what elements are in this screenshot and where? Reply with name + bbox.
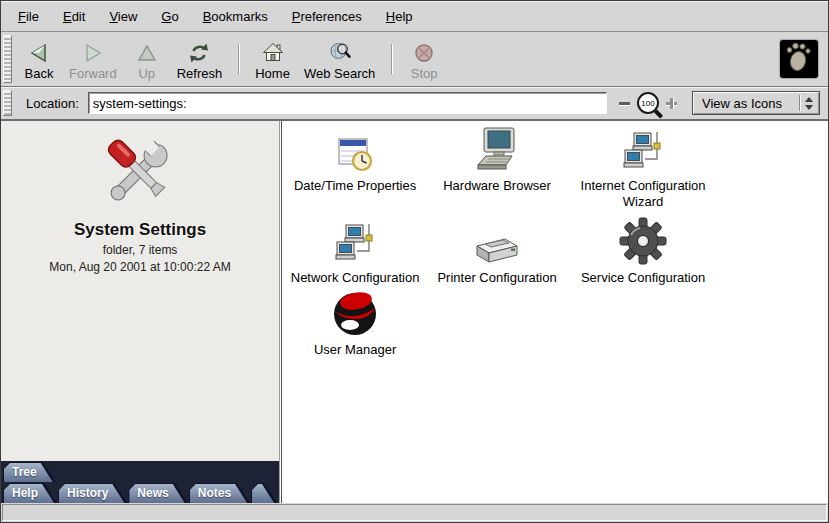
menu-view[interactable]: View xyxy=(100,6,146,27)
desktop-icon-service-configuration[interactable]: Service Configuration xyxy=(572,217,714,286)
desktop-icon-internet-configuration-wizard[interactable]: Internet Configuration Wizard xyxy=(572,125,714,210)
status-bar xyxy=(2,504,827,521)
icon-label: Service Configuration xyxy=(581,270,705,286)
desktop-icon-user-manager[interactable]: User Manager xyxy=(284,285,426,358)
web-search-icon xyxy=(328,41,352,65)
home-icon xyxy=(261,41,285,65)
redhat-shadowman-icon xyxy=(330,285,380,337)
menu-file[interactable]: File xyxy=(9,6,48,27)
desktop-icon-hardware-browser[interactable]: Hardware Browser xyxy=(426,125,568,194)
menu-preferences[interactable]: Preferences xyxy=(283,6,371,27)
up-button[interactable]: Up xyxy=(124,35,170,83)
menu-bookmarks[interactable]: Bookmarks xyxy=(194,6,277,27)
stop-button[interactable]: Stop xyxy=(401,35,447,83)
printer-icon xyxy=(473,217,521,265)
throbber xyxy=(780,40,818,78)
zoom-out-icon[interactable] xyxy=(619,102,630,105)
sidebar-tab-row-bottom: Help History News Notes xyxy=(1,482,279,503)
refresh-button[interactable]: Refresh xyxy=(170,35,230,83)
dropdown-arrows-icon xyxy=(805,97,813,110)
menu-go[interactable]: Go xyxy=(152,6,187,27)
icon-label: Network Configuration xyxy=(291,270,420,286)
toolbar-grip-handle[interactable] xyxy=(3,35,12,83)
home-label: Home xyxy=(255,67,290,81)
nautilus-window: File Edit View Go Bookmarks Preferences … xyxy=(0,0,829,523)
back-label: Back xyxy=(25,67,54,81)
forward-label: Forward xyxy=(69,67,117,81)
content-area: System Settings folder, 7 items Mon, Aug… xyxy=(1,121,828,503)
stop-icon xyxy=(412,41,436,65)
sidebar: System Settings folder, 7 items Mon, Aug… xyxy=(1,121,279,503)
two-computers-network-icon xyxy=(621,125,665,173)
home-button[interactable]: Home xyxy=(248,35,297,83)
icon-label: Date/Time Properties xyxy=(294,178,416,194)
stop-label: Stop xyxy=(411,67,438,81)
icon-view: Date/Time Properties Hardware Browser xyxy=(282,121,828,503)
zoom-control: 100 xyxy=(619,92,677,114)
tab-notes[interactable]: Notes xyxy=(189,483,250,503)
two-computers-network-icon xyxy=(333,217,377,265)
icon-label: Printer Configuration xyxy=(437,270,556,286)
computer-monitor-icon xyxy=(473,125,521,173)
dropdown-separator xyxy=(799,95,800,111)
location-input[interactable] xyxy=(88,92,607,114)
refresh-icon xyxy=(187,41,211,65)
tab-tree[interactable]: Tree xyxy=(3,462,56,482)
gnome-foot-icon xyxy=(785,41,813,77)
tab-news[interactable]: News xyxy=(128,483,187,503)
tab-help[interactable]: Help xyxy=(3,483,57,503)
tab-history[interactable]: History xyxy=(58,483,127,503)
location-label: Location: xyxy=(26,96,79,111)
tab-filler xyxy=(251,483,277,503)
toolbar: Back Forward Up Refresh xyxy=(1,32,828,87)
location-bar-grip-handle[interactable] xyxy=(3,90,12,116)
sidebar-title: System Settings xyxy=(1,220,279,240)
sidebar-folder-info: System Settings folder, 7 items Mon, Aug… xyxy=(1,121,279,460)
gear-icon xyxy=(619,217,667,265)
up-label: Up xyxy=(138,67,155,81)
web-search-button[interactable]: Web Search xyxy=(297,35,382,83)
desktop-icon-printer-configuration[interactable]: Printer Configuration xyxy=(426,217,568,286)
calendar-clock-icon xyxy=(336,125,374,173)
menu-bar: File Edit View Go Bookmarks Preferences … xyxy=(1,1,828,32)
icon-label: User Manager xyxy=(314,342,396,358)
zoom-in-icon[interactable] xyxy=(666,98,677,109)
location-bar: Location: 100 View as Icons xyxy=(1,87,828,121)
menu-help[interactable]: Help xyxy=(377,6,422,27)
toolbar-separator xyxy=(238,44,239,74)
icon-label: Internet Configuration Wizard xyxy=(572,178,714,210)
view-mode-label: View as Icons xyxy=(702,96,782,111)
toolbar-separator xyxy=(391,44,392,74)
sidebar-tab-row-top: Tree xyxy=(1,461,279,482)
sidebar-date: Mon, Aug 20 2001 at 10:00:22 AM xyxy=(1,260,279,274)
icon-label: Hardware Browser xyxy=(443,178,551,194)
web-search-label: Web Search xyxy=(304,67,375,81)
system-settings-tools-icon xyxy=(1,129,279,219)
view-mode-dropdown[interactable]: View as Icons xyxy=(692,91,820,115)
up-icon xyxy=(135,41,159,65)
desktop-icon-date-time-properties[interactable]: Date/Time Properties xyxy=(284,125,426,194)
forward-button[interactable]: Forward xyxy=(62,35,124,83)
desktop-icon-network-configuration[interactable]: Network Configuration xyxy=(284,217,426,286)
back-button[interactable]: Back xyxy=(16,35,62,83)
forward-icon xyxy=(81,41,105,65)
menu-edit[interactable]: Edit xyxy=(54,6,94,27)
back-icon xyxy=(27,41,51,65)
sidebar-folder-count: folder, 7 items xyxy=(1,243,279,257)
zoom-level-indicator[interactable]: 100 xyxy=(637,92,659,114)
refresh-label: Refresh xyxy=(177,67,223,81)
